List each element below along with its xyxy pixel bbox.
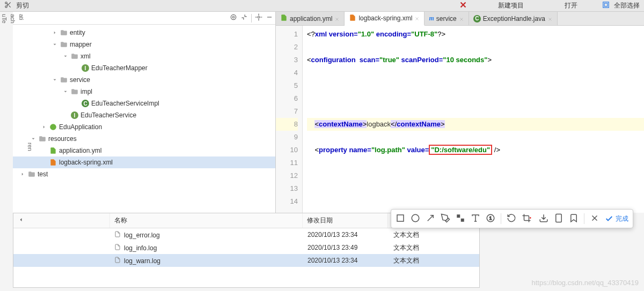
snip-toolbar: 1 • 完成	[391, 209, 633, 228]
code-line[interactable]	[307, 182, 644, 195]
mosaic-icon[interactable]	[456, 213, 465, 225]
close-icon[interactable]	[547, 16, 553, 21]
download-icon[interactable]	[539, 213, 548, 225]
tree-label: logback-spring.xml	[59, 159, 113, 166]
folder-icon	[60, 41, 68, 48]
code-line[interactable]	[307, 169, 644, 182]
code-line[interactable]	[307, 131, 644, 144]
tree-item-eduteacherserviceimpl[interactable]: CEduTeacherServiceImpl	[13, 98, 275, 109]
tree-item-resources[interactable]: resources	[13, 133, 275, 145]
code-line[interactable]	[307, 105, 644, 118]
tree-item-eduapplication[interactable]: EduApplication	[13, 121, 275, 133]
code-line[interactable]	[307, 156, 644, 169]
tree-item-entity[interactable]: entity	[13, 27, 275, 39]
file-row[interactable]: log_info.log2020/10/13 23:49文本文档	[13, 241, 479, 254]
tree-item-test[interactable]: test	[13, 168, 275, 180]
tree-item-application-yml[interactable]: application.yml	[13, 145, 275, 156]
tree-label: EduTeacherServiceImpl	[91, 100, 159, 107]
code-line[interactable]	[307, 92, 644, 105]
file-name: log_info.log	[124, 244, 157, 252]
tree-item-impl[interactable]: impl	[13, 86, 275, 98]
tree-label: EduApplication	[59, 123, 102, 131]
minimize-icon[interactable]	[266, 13, 273, 23]
code-line[interactable]: <contextName>logback</contextName>	[307, 118, 644, 131]
close-icon[interactable]	[459, 16, 464, 21]
file-date: 2020/10/13 23:49	[303, 244, 389, 251]
svg-line-3	[9, 5, 10, 7]
tree-item-eduteacherservice[interactable]: IEduTeacherService	[13, 109, 275, 121]
close-icon[interactable]	[414, 16, 420, 21]
col-name[interactable]: 名称	[110, 213, 303, 228]
crop-icon[interactable]: •	[522, 213, 533, 225]
gear-icon[interactable]	[255, 13, 262, 23]
project-tree[interactable]: entitymapperxmlIEduTeacherMapperservicei…	[13, 25, 275, 213]
svg-rect-20	[397, 215, 404, 221]
close-icon[interactable]	[334, 16, 340, 21]
pen-icon[interactable]	[441, 213, 450, 225]
tab-logback-spring-xml[interactable]: logback-spring.xml	[345, 12, 425, 26]
device-icon[interactable]	[554, 213, 564, 225]
chevron-none-icon	[41, 147, 47, 154]
arrow-icon[interactable]	[426, 213, 435, 225]
tab-label: logback-spring.xml	[358, 14, 412, 22]
file-row[interactable]: log_warn.log2020/10/13 23:34文本文档	[13, 254, 479, 267]
chevron-down-icon[interactable]	[62, 88, 69, 95]
svg-rect-5	[603, 2, 609, 8]
code-line[interactable]: <configuration scan="true" scanPeriod="1…	[307, 54, 644, 66]
tab-application-yml[interactable]: application.yml	[276, 12, 345, 25]
file-type: 文本文档	[389, 256, 448, 265]
tab-label: service	[436, 15, 457, 23]
number-icon[interactable]: 1	[486, 213, 495, 225]
text-icon[interactable]	[471, 213, 480, 225]
file-list[interactable]: log_error.log2020/10/13 23:34文本文档log_inf…	[13, 228, 479, 267]
bookmark-icon[interactable]	[569, 213, 579, 225]
svg-line-4	[7, 4, 8, 5]
code-line[interactable]: <property name="log.path" value="D:/soft…	[307, 144, 644, 156]
chevron-right-icon[interactable]	[52, 29, 58, 36]
svg-point-21	[412, 214, 420, 222]
tree-item-service[interactable]: service	[13, 74, 275, 86]
tab-exceptionhandle-java[interactable]: CExceptionHandle.java	[469, 12, 558, 25]
undo-icon[interactable]	[507, 213, 516, 225]
collapse-icon[interactable]	[240, 13, 248, 23]
select-all-icon[interactable]	[602, 1, 610, 10]
tree-item-mapper[interactable]: mapper	[13, 39, 275, 50]
tree-label: resources	[48, 135, 77, 143]
chevron-none-icon	[73, 65, 79, 71]
new-project-label[interactable]: 新建项目	[498, 1, 524, 10]
open-label[interactable]: 打开	[565, 1, 577, 10]
code-line[interactable]	[307, 41, 644, 54]
chevron-none-icon	[73, 100, 79, 107]
code-editor[interactable]: 1234567891011121314 <?xml version="1.0" …	[276, 26, 644, 213]
code-line[interactable]: <?xml version="1.0" encoding="UTF-8"?>	[307, 28, 644, 41]
chevron-right-icon[interactable]	[41, 124, 47, 130]
tree-item-xml[interactable]: xml	[13, 50, 275, 62]
yml-icon	[49, 147, 57, 154]
file-name: log_error.log	[124, 232, 160, 239]
code-area[interactable]: <?xml version="1.0" encoding="UTF-8"?><c…	[303, 26, 644, 213]
chevron-down-icon[interactable]	[62, 53, 69, 59]
scissors-icon[interactable]	[4, 1, 12, 10]
tree-item-logback-spring-xml[interactable]: logback-spring.xml	[13, 156, 275, 168]
chevron-down-icon[interactable]	[52, 77, 58, 83]
tab-service[interactable]: mservice	[425, 12, 469, 25]
code-line[interactable]	[307, 79, 644, 92]
close-icon[interactable]	[590, 213, 599, 225]
code-line[interactable]	[307, 195, 644, 208]
svg-rect-6	[604, 3, 608, 6]
rect-icon[interactable]	[396, 213, 405, 225]
tree-label: test	[38, 170, 48, 178]
target-icon[interactable]	[230, 13, 237, 23]
xml-icon	[349, 14, 356, 23]
svg-rect-24	[461, 218, 464, 221]
circle-icon[interactable]	[411, 213, 420, 225]
done-button[interactable]: 完成	[605, 214, 628, 223]
tree-item-eduteachermapper[interactable]: IEduTeacherMapper	[13, 62, 275, 74]
back-icon[interactable]	[18, 217, 24, 225]
col-date[interactable]: 修改日期	[303, 213, 389, 228]
x-icon[interactable]	[458, 0, 468, 11]
chevron-down-icon[interactable]	[52, 41, 58, 48]
c-icon: C	[82, 100, 89, 107]
file-row[interactable]: log_error.log2020/10/13 23:34文本文档	[13, 228, 479, 241]
code-line[interactable]	[307, 66, 644, 79]
